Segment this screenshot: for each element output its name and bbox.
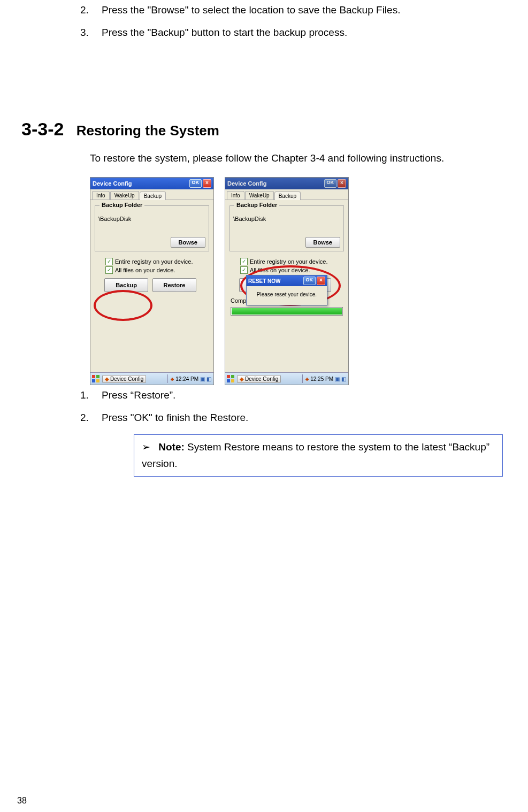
section-heading: 3-3-2 Restoring the System bbox=[21, 119, 507, 140]
step-text: Press the "Backup" button to start the b… bbox=[102, 27, 507, 39]
svg-rect-4 bbox=[227, 375, 230, 378]
tray-icon: ♣ bbox=[171, 376, 174, 382]
progress-bar bbox=[231, 307, 343, 316]
checkbox-label: All files on your device. bbox=[115, 267, 175, 273]
window-title: Device Config bbox=[93, 180, 132, 187]
tab-wakeup[interactable]: WakeUp bbox=[110, 191, 139, 200]
tab-body: Backup Folder \BackupDisk Bowse ✓ Entire… bbox=[90, 200, 213, 372]
tab-strip: Info WakeUp Backup bbox=[90, 189, 213, 200]
modal-message: Please reset your device. bbox=[247, 286, 327, 305]
step-item: 2. Press "OK" to finish the Restore. bbox=[80, 412, 507, 424]
taskbar-task[interactable]: ◆ Device Config bbox=[237, 375, 281, 383]
group-title: Backup Folder bbox=[100, 202, 144, 208]
tray-clock: 12:24 PM bbox=[175, 376, 198, 382]
step-item: 2. Press the "Browse" to select the loca… bbox=[80, 4, 507, 16]
task-icon: ◆ bbox=[105, 376, 109, 382]
check-icon: ✓ bbox=[240, 266, 248, 274]
task-label: Device Config bbox=[110, 376, 143, 382]
modal-close-button[interactable]: × bbox=[317, 277, 325, 285]
modal-titlebar: RESET NOW OK × bbox=[247, 275, 327, 286]
step-number: 2. bbox=[80, 4, 102, 16]
step-text: Press "OK" to finish the Restore. bbox=[102, 412, 507, 424]
restore-button[interactable]: Restore bbox=[152, 278, 196, 292]
titlebar-ok-button[interactable]: OK bbox=[324, 179, 337, 188]
window-title: Device Config bbox=[227, 180, 266, 187]
browse-button[interactable]: Bowse bbox=[305, 237, 340, 248]
checkbox-all-files[interactable]: ✓ All files on your device. bbox=[240, 266, 344, 274]
backup-folder-group: Backup Folder \BackupDisk Bowse bbox=[95, 205, 209, 251]
note-label: Note: bbox=[158, 441, 185, 453]
svg-rect-3 bbox=[96, 379, 100, 382]
tray-icon: ♣ bbox=[305, 376, 309, 382]
section-number: 3-3-2 bbox=[21, 119, 64, 140]
check-icon: ✓ bbox=[240, 258, 248, 265]
svg-rect-2 bbox=[92, 379, 95, 382]
svg-rect-0 bbox=[92, 375, 95, 378]
backup-button[interactable]: Backup bbox=[104, 278, 148, 292]
step-text: Press the "Browse" to select the locatio… bbox=[102, 4, 507, 16]
reset-now-dialog: RESET NOW OK × Please reset your device. bbox=[246, 275, 327, 305]
tray-icon: ▣ bbox=[335, 376, 340, 382]
modal-title: RESET NOW bbox=[248, 278, 281, 284]
step-text: Press “Restore”. bbox=[102, 389, 507, 401]
note-arrow-icon: ➢ bbox=[142, 439, 149, 455]
checkbox-all-files[interactable]: ✓ All files on your device. bbox=[105, 266, 209, 274]
folder-path: \BackupDisk bbox=[98, 216, 205, 222]
start-icon[interactable] bbox=[91, 374, 100, 383]
tab-info[interactable]: Info bbox=[92, 191, 110, 200]
checkbox-entire-registry[interactable]: ✓ Entire registry on your device. bbox=[105, 258, 209, 265]
titlebar-close-button[interactable]: × bbox=[203, 179, 211, 188]
checkbox-label: All files on your device. bbox=[250, 267, 310, 273]
tab-body: Backup Folder \BackupDisk Bowse ✓ Entire… bbox=[225, 200, 348, 372]
tray-icon: ◧ bbox=[206, 376, 211, 382]
checkbox-label: Entire registry on your device. bbox=[115, 258, 193, 265]
device-config-window-2: Device Config OK × Info WakeUp Backup Ba… bbox=[225, 177, 349, 385]
taskbar-task[interactable]: ◆ Device Config bbox=[102, 375, 146, 383]
step-number: 3. bbox=[80, 27, 102, 39]
group-title: Backup Folder bbox=[234, 202, 279, 208]
step-item: 1. Press “Restore”. bbox=[80, 389, 507, 401]
step-number: 1. bbox=[80, 389, 102, 401]
tray-icon: ▣ bbox=[200, 376, 205, 382]
progress-fill bbox=[232, 308, 342, 315]
taskbar: ◆ Device Config ♣ 12:24 PM ▣ ◧ bbox=[90, 372, 213, 385]
titlebar: Device Config OK × bbox=[90, 178, 213, 189]
tray-icon: ◧ bbox=[341, 376, 346, 382]
section-title: Restoring the System bbox=[76, 122, 219, 139]
tab-backup[interactable]: Backup bbox=[140, 191, 166, 200]
task-label: Device Config bbox=[245, 376, 278, 382]
browse-button[interactable]: Bowse bbox=[171, 237, 205, 248]
modal-ok-button[interactable]: OK bbox=[303, 277, 316, 285]
tab-wakeup[interactable]: WakeUp bbox=[245, 191, 274, 200]
step-number: 2. bbox=[80, 412, 102, 424]
checkbox-entire-registry[interactable]: ✓ Entire registry on your device. bbox=[240, 258, 344, 265]
svg-rect-5 bbox=[231, 375, 234, 378]
highlight-circle bbox=[94, 290, 152, 321]
tab-backup[interactable]: Backup bbox=[274, 191, 301, 200]
backup-folder-group: Backup Folder \BackupDisk Bowse bbox=[229, 205, 344, 251]
check-icon: ✓ bbox=[105, 266, 113, 274]
titlebar-close-button[interactable]: × bbox=[338, 179, 346, 188]
titlebar: Device Config OK × bbox=[225, 178, 348, 189]
check-icon: ✓ bbox=[105, 258, 113, 265]
tray-clock: 12:25 PM bbox=[310, 376, 333, 382]
svg-rect-1 bbox=[96, 375, 100, 378]
svg-rect-7 bbox=[231, 379, 234, 382]
checkbox-label: Entire registry on your device. bbox=[250, 258, 328, 265]
section-intro: To restore the system, please follow the… bbox=[90, 150, 507, 166]
step-item: 3. Press the "Backup" button to start th… bbox=[80, 27, 507, 39]
titlebar-ok-button[interactable]: OK bbox=[189, 179, 202, 188]
start-icon[interactable] bbox=[226, 374, 235, 383]
task-icon: ◆ bbox=[240, 376, 244, 382]
note-text: System Restore means to restore the syst… bbox=[142, 441, 489, 469]
device-config-window-1: Device Config OK × Info WakeUp Backup Ba… bbox=[90, 177, 214, 385]
taskbar: ◆ Device Config ♣ 12:25 PM ▣ ◧ bbox=[225, 372, 348, 385]
folder-path: \BackupDisk bbox=[233, 216, 340, 222]
tab-strip: Info WakeUp Backup bbox=[225, 189, 348, 200]
screenshot-row: Device Config OK × Info WakeUp Backup Ba… bbox=[90, 177, 507, 385]
svg-rect-6 bbox=[227, 379, 230, 382]
note-box: ➢ Note: System Restore means to restore … bbox=[134, 434, 503, 477]
tab-info[interactable]: Info bbox=[227, 191, 244, 200]
